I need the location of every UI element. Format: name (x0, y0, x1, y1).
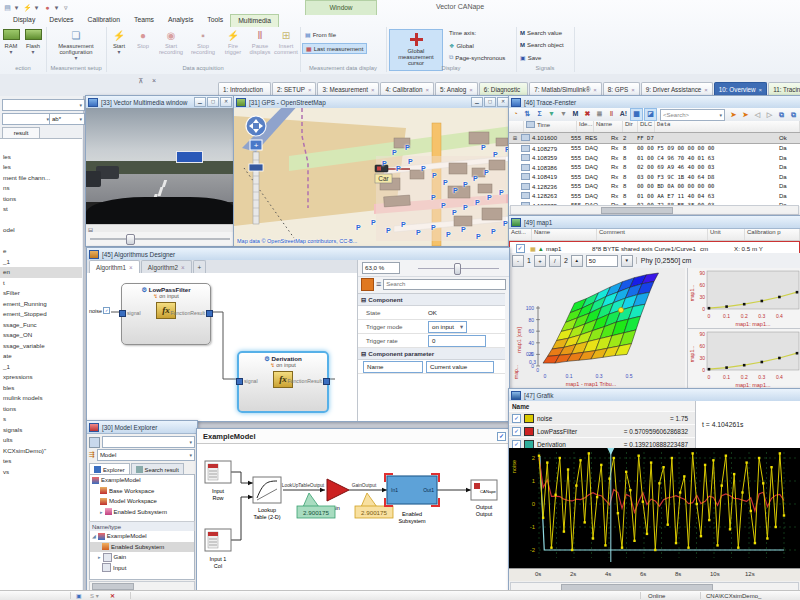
tree-item[interactable]: ssage_ON (0, 330, 82, 341)
tree-item[interactable]: Base Workspace (90, 486, 194, 497)
fire-trigger-button[interactable]: ⚡ Fire trigger (220, 29, 246, 55)
tree-item[interactable]: signals (0, 425, 82, 436)
simulink-diagram[interactable]: Input Row Input 1 Col Lookup Table (2-D)… (197, 443, 507, 591)
tree-item[interactable] (0, 236, 82, 247)
col-comment[interactable]: Comment (597, 229, 708, 240)
stop-recording-button[interactable]: ▪ Stop recording (188, 29, 218, 55)
page-tab[interactable]: 7: Matlab/Simulink®× (529, 82, 602, 96)
measurement-configuration-button[interactable]: ❏ Measurement configuration▾ (51, 29, 101, 61)
signal-checkbox[interactable]: ✓ (512, 414, 521, 423)
tree-item[interactable]: bles (0, 383, 82, 394)
search-object-button[interactable]: MSearch object (517, 41, 567, 49)
property-search-input[interactable] (383, 279, 506, 290)
maximize-icon[interactable]: ◻ (207, 97, 219, 107)
tree-item[interactable]: t (0, 278, 82, 289)
tree-item[interactable]: ◢ExampleModel (90, 531, 194, 542)
tree-item[interactable]: Input (90, 563, 194, 574)
tree-item[interactable]: KCXsimDemo)" (0, 446, 82, 457)
component-parameter-header[interactable]: ⊟ Component parameter (358, 348, 505, 360)
trace-tool-icon[interactable]: ▷ (764, 109, 775, 120)
trace-tool-icon[interactable]: ⧉ (776, 109, 787, 120)
page-tab[interactable]: 11: Tracing× (768, 82, 800, 96)
lowpassfilter-block[interactable]: ⚙ LowPassFilter ↯ on input fx signal Fun… (121, 283, 211, 345)
stop-button[interactable]: ● Stop (132, 29, 154, 49)
close-tab-icon[interactable]: × (593, 87, 597, 93)
tree-item[interactable]: ate (0, 351, 82, 362)
trace-row[interactable]: ⊞4.101600555RESRx2FF D7Ok (509, 132, 800, 144)
tab-algorithm2[interactable]: Algorithm2× (141, 260, 192, 273)
trace-hscrollbar[interactable] (510, 205, 799, 215)
dropdown-arrow-icon[interactable]: ▾ (54, 3, 59, 12)
trace-row[interactable]: 4.108386555DAQRx802 00 69 A9 46 40 00 03… (509, 163, 800, 173)
slash-button[interactable]: / (549, 255, 561, 267)
tree-item[interactable]: ssage_Func (0, 320, 82, 331)
canape-output-block[interactable]: CANape Output Output (471, 480, 497, 517)
trace-tool-icon[interactable]: ▼ (546, 108, 557, 119)
close-tab-icon[interactable]: × (469, 87, 473, 93)
trace-tool-icon[interactable]: Σ (534, 108, 545, 119)
scroll-thumb[interactable] (601, 207, 673, 214)
insert-comment-button[interactable]: ⊞ Insert comment (273, 29, 299, 55)
output-port[interactable] (323, 378, 330, 385)
trigger-mode-select[interactable]: on input▾ (428, 321, 467, 333)
tree-item[interactable]: vs (0, 467, 82, 478)
symbol-search-combo[interactable]: ▾ (2, 99, 85, 111)
trace-tool-icon[interactable]: ➤ (740, 109, 751, 120)
trace-tool-icon[interactable]: ◪ (644, 108, 657, 121)
tab-teams[interactable]: Teams (127, 14, 161, 27)
error-icon[interactable]: ✕ (110, 592, 115, 599)
close-tab-icon[interactable]: × (371, 87, 375, 93)
map1-titlebar[interactable]: [49] map1 (509, 216, 800, 229)
input-row-block[interactable]: Input Row (205, 461, 231, 501)
tree-item[interactable]: mulink models (0, 393, 82, 404)
page-synchronous-button[interactable]: ⧉Page-synchronous (446, 53, 508, 62)
col-dir[interactable]: Dir (623, 121, 638, 132)
trace-tool-icon[interactable]: ➤ (728, 109, 739, 120)
col-dlc[interactable]: DLC (638, 121, 655, 132)
tab-calibration[interactable]: Calibration (80, 14, 127, 27)
col-name[interactable]: Name (594, 121, 623, 132)
add-tab-button[interactable]: + (193, 260, 207, 273)
signal-status-icon[interactable]: S ▾ (90, 592, 99, 599)
maximize-icon[interactable]: ◻ (484, 97, 496, 107)
tree-item[interactable]: ults (0, 435, 82, 446)
trace-tool-icon[interactable]: ◔ (510, 108, 521, 119)
tree-item[interactable]: ▸Enabled Subsystem (90, 507, 194, 518)
col-time[interactable]: Time (524, 121, 577, 132)
active-checkbox[interactable]: ✓ (516, 244, 525, 253)
model-filter-icon[interactable]: ⇶ (89, 451, 95, 459)
tree-item[interactable]: ▸Gain (90, 552, 194, 563)
col-unit[interactable]: Unit (708, 229, 745, 240)
tree-item[interactable]: st (0, 204, 82, 215)
record-icon[interactable]: ● (43, 3, 52, 12)
tree-item[interactable]: e (0, 246, 82, 257)
page-tab[interactable]: 10: Overview× (714, 82, 767, 96)
decrement-button[interactable]: - (512, 255, 524, 267)
tab-multimedia[interactable]: Multimedia (230, 14, 279, 27)
map-attribution[interactable]: Map data © OpenStreetMap contributors, C… (237, 238, 357, 244)
start-recording-button[interactable]: ◉ Start recording (156, 29, 186, 55)
component-group-header[interactable]: ⊟ Component (358, 294, 505, 306)
minimize-icon[interactable]: ▁ (194, 97, 206, 107)
tree-item[interactable]: xpressions (0, 372, 82, 383)
tree-item[interactable]: ment file chann... (0, 173, 82, 184)
trace-row[interactable]: 4.108279555DAQRx800 00 F5 09 00 00 00 00… (509, 144, 800, 154)
tab-algorithm1[interactable]: Algorithm1× (89, 260, 140, 273)
tree-item[interactable]: ement_Running (0, 299, 82, 310)
close-tab-icon[interactable]: × (308, 87, 312, 93)
lookup-table-block[interactable]: Lookup Table (2-D) (253, 477, 281, 520)
from-file-button[interactable]: ▤From file (302, 30, 339, 39)
tab-display[interactable]: Display (6, 14, 42, 27)
tree-item[interactable]: en (0, 267, 82, 278)
value-up-button[interactable]: ▲ (571, 255, 583, 267)
close-tab-icon[interactable]: × (426, 87, 430, 93)
symbol-filter-combo[interactable]: ▾ (2, 113, 52, 125)
global-button[interactable]: ❖Global (446, 41, 477, 50)
tree-item[interactable] (0, 141, 82, 152)
page-tab[interactable]: 6: Diagnostic (479, 82, 528, 96)
tree-item[interactable]: s (0, 414, 82, 425)
signal-checkbox[interactable]: ✓ (512, 427, 521, 436)
trace-tool-icon[interactable]: A! (618, 108, 629, 119)
trace-tool-icon[interactable]: ≣ (594, 108, 605, 119)
input-port[interactable] (236, 378, 243, 385)
